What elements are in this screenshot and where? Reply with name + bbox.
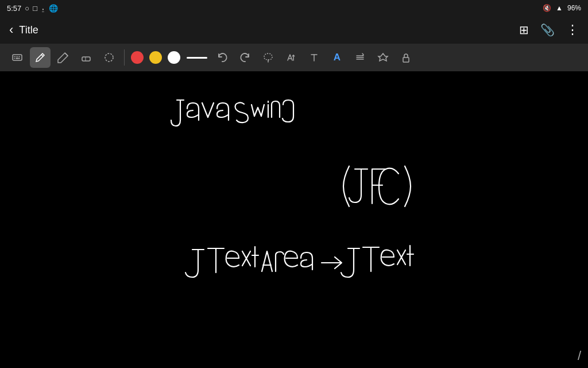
- svg-rect-0: [13, 55, 22, 60]
- convert-tool[interactable]: [281, 47, 301, 68]
- undo-button[interactable]: [212, 47, 233, 68]
- svg-rect-10: [82, 57, 90, 61]
- title-bar: ‹ Title ⊞ 📎 ⋮: [0, 16, 588, 44]
- color-yellow[interactable]: [149, 51, 162, 64]
- media-icon: □: [33, 4, 37, 13]
- font-tool[interactable]: A: [327, 47, 347, 68]
- title-bar-left: ‹ Title: [9, 22, 38, 37]
- wifi-icon: ▲: [556, 4, 563, 12]
- keyboard-tool[interactable]: [7, 47, 28, 68]
- time-display: 5:57: [7, 4, 21, 13]
- svg-line-8: [41, 55, 43, 56]
- handwriting-jtextarea: [185, 246, 413, 277]
- svg-line-9: [65, 53, 68, 56]
- svg-point-12: [105, 53, 113, 62]
- separator-1: [124, 49, 125, 66]
- shape-tool[interactable]: [373, 47, 393, 68]
- status-bar: 5:57 ○ □ ⍚ 🌐 🔇 ▲ 96%: [0, 0, 588, 16]
- back-button[interactable]: ‹: [9, 22, 13, 37]
- pencil-tool[interactable]: [53, 47, 74, 68]
- color-white[interactable]: [168, 51, 180, 64]
- more-icon[interactable]: ⋮: [566, 22, 579, 37]
- text-align-tool[interactable]: [350, 47, 370, 68]
- status-bar-right: 🔇 ▲ 96%: [543, 4, 581, 12]
- canvas-area[interactable]: [0, 71, 588, 368]
- lock-tool[interactable]: [396, 47, 416, 68]
- pen-tool[interactable]: [30, 47, 51, 68]
- paperclip-icon[interactable]: 📎: [540, 23, 555, 37]
- page-title: Title: [19, 24, 38, 36]
- toolbar: A: [0, 44, 588, 71]
- status-bar-left: 5:57 ○ □ ⍚ 🌐: [7, 4, 58, 13]
- battery-display: 96%: [567, 4, 581, 12]
- handwriting-jfc: [343, 166, 411, 206]
- redo-button[interactable]: [235, 47, 256, 68]
- mute-icon: 🔇: [543, 4, 551, 12]
- color-red[interactable]: [131, 51, 144, 64]
- alarm-icon: ○: [25, 4, 29, 13]
- handwriting-java-swing: [171, 100, 293, 126]
- text-tool[interactable]: [304, 47, 324, 68]
- status-icon-1: ⍚: [41, 4, 45, 13]
- line-thickness[interactable]: [187, 57, 207, 59]
- eraser-tool[interactable]: [76, 47, 96, 68]
- globe-icon: 🌐: [49, 4, 58, 13]
- pen-indicator: /: [578, 348, 581, 363]
- selector-tool[interactable]: [99, 47, 119, 68]
- title-bar-right: ⊞ 📎 ⋮: [519, 22, 579, 37]
- book-icon[interactable]: ⊞: [519, 23, 529, 37]
- svg-rect-21: [403, 57, 409, 62]
- lasso-tool[interactable]: [258, 47, 278, 68]
